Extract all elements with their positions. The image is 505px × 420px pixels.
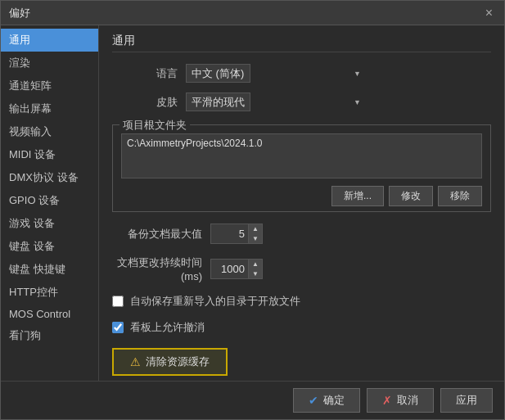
- warning-icon: ⚠: [130, 355, 141, 368]
- sidebar-item-gpio[interactable]: GPIO 设备: [1, 189, 98, 212]
- preferences-dialog: 偏好 × 通用 渲染 通道矩阵 输出屏幕 视频输入 MIDI 设备 DMX协议 …: [0, 0, 505, 420]
- autosave-label[interactable]: 自动保存重新导入的目录于开放文件: [130, 294, 300, 309]
- clear-cache-label: 清除资源缓存: [146, 355, 210, 369]
- autosave-checkbox[interactable]: [112, 296, 124, 307]
- sidebar-item-render[interactable]: 渲染: [1, 52, 98, 75]
- doc-save-delay-spinner-btns: ▲ ▼: [248, 260, 262, 278]
- backup-max-spinner: ▲ ▼: [210, 224, 263, 244]
- sidebar-item-keyboard-device[interactable]: 键盘 设备: [1, 235, 98, 258]
- backup-max-label: 备份文档最大值: [112, 227, 202, 242]
- language-select-wrapper: 中文 (简体) English: [186, 64, 366, 83]
- sidebar-item-dmx[interactable]: DMX协议 设备: [1, 166, 98, 189]
- sidebar-item-midi[interactable]: MIDI 设备: [1, 143, 98, 166]
- dialog-title: 偏好: [9, 6, 30, 20]
- edit-path-button[interactable]: 修改: [389, 186, 433, 206]
- doc-save-delay-down[interactable]: ▼: [248, 269, 262, 279]
- project-folder-title: 项目根文件夹: [119, 118, 190, 133]
- sidebar-item-output-screen[interactable]: 输出屏幕: [1, 97, 98, 120]
- backup-max-row: 备份文档最大值 ▲ ▼: [112, 224, 491, 244]
- sidebar-item-watchdog[interactable]: 看门狗: [1, 324, 98, 347]
- doc-save-delay-row: 文档更改持续时间(ms) ▲ ▼: [112, 255, 491, 282]
- sidebar-item-http[interactable]: HTTP控件: [1, 281, 98, 304]
- confirm-label: 确定: [323, 393, 345, 408]
- sidebar-item-channel-matrix[interactable]: 通道矩阵: [1, 75, 98, 97]
- undo-checkbox[interactable]: [112, 322, 124, 333]
- language-select[interactable]: 中文 (简体) English: [186, 64, 250, 83]
- dialog-footer: ✔ 确定 ✗ 取消 应用: [1, 381, 504, 419]
- skin-row: 皮肤 平滑的现代 Classic: [112, 93, 491, 111]
- checkbox2-row: 看板上允许撤消: [112, 320, 491, 335]
- apply-label: 应用: [456, 393, 477, 408]
- sidebar-item-general[interactable]: 通用: [1, 29, 98, 52]
- backup-max-spinner-btns: ▲ ▼: [248, 224, 262, 243]
- doc-save-delay-input[interactable]: [211, 261, 248, 277]
- cancel-button[interactable]: ✗ 取消: [367, 388, 434, 413]
- checkbox1-row: 自动保存重新导入的目录于开放文件: [112, 294, 491, 309]
- apply-button[interactable]: 应用: [440, 388, 493, 413]
- skin-select-wrapper: 平滑的现代 Classic: [186, 93, 366, 111]
- sidebar-item-keyboard-shortcut[interactable]: 键盘 快捷键: [1, 258, 98, 281]
- sidebar-item-gamepad[interactable]: 游戏 设备: [1, 212, 98, 235]
- backup-max-down[interactable]: ▼: [248, 234, 262, 244]
- backup-max-up[interactable]: ▲: [248, 224, 262, 234]
- clear-cache-button[interactable]: ⚠ 清除资源缓存: [112, 348, 228, 376]
- dialog-body: 通用 渲染 通道矩阵 输出屏幕 视频输入 MIDI 设备 DMX协议 设备 GP…: [1, 25, 504, 381]
- sidebar: 通用 渲染 通道矩阵 输出屏幕 视频输入 MIDI 设备 DMX协议 设备 GP…: [1, 25, 99, 381]
- cancel-icon: ✗: [382, 394, 392, 407]
- sidebar-item-video-input[interactable]: 视频输入: [1, 120, 98, 143]
- language-label: 语言: [112, 66, 178, 81]
- skin-select[interactable]: 平滑的现代 Classic: [186, 93, 250, 111]
- remove-path-button[interactable]: 移除: [438, 186, 482, 206]
- title-bar: 偏好 ×: [1, 1, 504, 25]
- skin-label: 皮肤: [112, 95, 178, 110]
- sidebar-item-mos[interactable]: MOS Control: [1, 304, 98, 324]
- doc-save-delay-label: 文档更改持续时间(ms): [112, 255, 202, 282]
- main-panel: 通用 语言 中文 (简体) English 皮肤 平滑的现代 Classic: [99, 25, 504, 381]
- cancel-label: 取消: [397, 393, 418, 408]
- backup-max-input[interactable]: [211, 226, 248, 242]
- doc-save-delay-up[interactable]: ▲: [248, 260, 262, 269]
- language-row: 语言 中文 (简体) English: [112, 64, 491, 83]
- section-title: 通用: [112, 34, 491, 52]
- project-path-textarea[interactable]: [121, 133, 482, 178]
- undo-label[interactable]: 看板上允许撤消: [130, 320, 205, 335]
- confirm-icon: ✔: [309, 394, 318, 407]
- close-button[interactable]: ×: [482, 7, 496, 20]
- project-folder-group: 项目根文件夹 新增... 修改 移除: [112, 124, 491, 212]
- confirm-button[interactable]: ✔ 确定: [293, 388, 360, 413]
- add-path-button[interactable]: 新增...: [331, 186, 384, 206]
- doc-save-delay-spinner: ▲ ▼: [210, 259, 263, 279]
- path-buttons: 新增... 修改 移除: [121, 186, 482, 206]
